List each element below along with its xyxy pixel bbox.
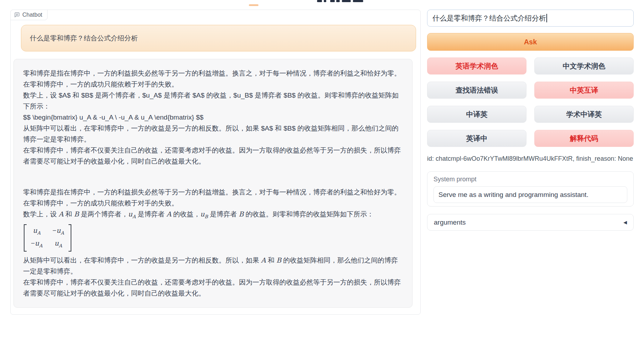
clipped-title-fragment: [330, 0, 335, 2]
ask-button[interactable]: Ask: [427, 33, 634, 51]
rendered-paragraph-4: 在零和博弈中，博弈者不仅要关注自己的收益，还需要考虑对手的收益。因为一方取得的收…: [23, 277, 403, 299]
clipped-title-fragment: [353, 0, 363, 2]
action-button-chinese-academic-polish[interactable]: 中文学术润色: [534, 57, 634, 75]
clipped-title-fragment: [324, 0, 326, 2]
clipped-title-fragment-orange: [249, 4, 258, 6]
bot-message: 零和博弈是指在博弈中，一方的利益损失必然等于另一方的利益增益。换言之，对于每一种…: [13, 59, 413, 308]
matrix-cell: uA: [53, 238, 64, 251]
matrix-cell: −uA: [53, 225, 64, 238]
user-message: 什么是零和博弈？结合公式介绍分析: [21, 25, 416, 51]
text-cursor: [546, 14, 547, 22]
payoff-matrix: uA −uA −uA uA: [24, 224, 71, 252]
arguments-accordion-label: arguments: [434, 219, 466, 226]
action-button-find-grammar-errors[interactable]: 查找语法错误: [427, 82, 526, 99]
app-root: Chatbot 什么是零和博弈？结合公式介绍分析 零和博弈是指在博弈中，一方的利…: [0, 0, 644, 341]
rendered-paragraph-2: 数学上，设 A 和 B 是两个博弈者，uA 是博弈者 A 的收益，uB 是博弈者…: [23, 209, 403, 222]
action-button-en-to-zh[interactable]: 英译中: [427, 130, 526, 147]
matrix-left-bracket: [24, 224, 27, 252]
chatbot-label: Chatbot: [10, 10, 48, 20]
user-message-text: 什么是零和博弈？结合公式介绍分析: [30, 34, 138, 42]
bot-message-rendered-block: 零和博弈是指在博弈中，一方的利益损失必然等于另一方的利益增益。换言之，对于每一种…: [23, 187, 403, 299]
arguments-accordion[interactable]: arguments ◀: [427, 214, 634, 231]
completion-status-line: id: chatcmpl-6wOo7KrYTwMl89lbrMWRu4UkFFX…: [427, 155, 634, 163]
chat-bubble-icon: [14, 12, 20, 18]
system-prompt-panel: System prompt Serve me as a writing and …: [427, 171, 634, 207]
matrix-cell: uA: [31, 225, 43, 238]
matrix-cell: −uA: [31, 238, 43, 251]
question-input[interactable]: 什么是零和博弈？结合公式介绍分析: [427, 10, 634, 27]
action-button-grid: 英语学术润色 中文学术润色 查找语法错误 中英互译 中译英 学术中译英 英译中 …: [427, 57, 634, 147]
chatbot-panel: Chatbot 什么是零和博弈？结合公式介绍分析 零和博弈是指在博弈中，一方的利…: [10, 10, 421, 315]
action-button-explain-code[interactable]: 解释代码: [534, 130, 634, 147]
clipped-title-fragment: [317, 0, 322, 2]
action-button-zh-to-en[interactable]: 中译英: [427, 106, 526, 123]
accordion-arrow-icon: ◀: [623, 220, 627, 225]
system-prompt-input[interactable]: Serve me as a writing and programming as…: [433, 186, 627, 203]
rendered-paragraph-1: 零和博弈是指在博弈中，一方的利益损失必然等于另一方的利益增益。换言之，对于每一种…: [23, 187, 403, 209]
action-button-zh-en-mutual-translate[interactable]: 中英互译: [534, 82, 634, 99]
system-prompt-label: System prompt: [433, 176, 627, 183]
question-input-value: 什么是零和博弈？结合公式介绍分析: [432, 13, 546, 23]
clipped-title-fragment: [336, 0, 340, 2]
matrix-right-bracket: [69, 224, 71, 252]
matrix-cells: uA −uA −uA uA: [27, 224, 69, 252]
clipped-title-fragment: [342, 0, 351, 2]
chatbot-label-text: Chatbot: [22, 12, 42, 18]
rendered-paragraph-3: 从矩阵中可以看出，在零和博弈中，一方的收益是另一方的相反数。所以，如果 A 和 …: [23, 255, 403, 277]
action-button-academic-zh-to-en[interactable]: 学术中译英: [534, 106, 634, 123]
bot-message-raw-block: 零和博弈是指在博弈中，一方的利益损失必然等于另一方的利益增益。换言之，对于每一种…: [23, 68, 403, 167]
action-button-english-academic-polish[interactable]: 英语学术润色: [427, 57, 526, 75]
